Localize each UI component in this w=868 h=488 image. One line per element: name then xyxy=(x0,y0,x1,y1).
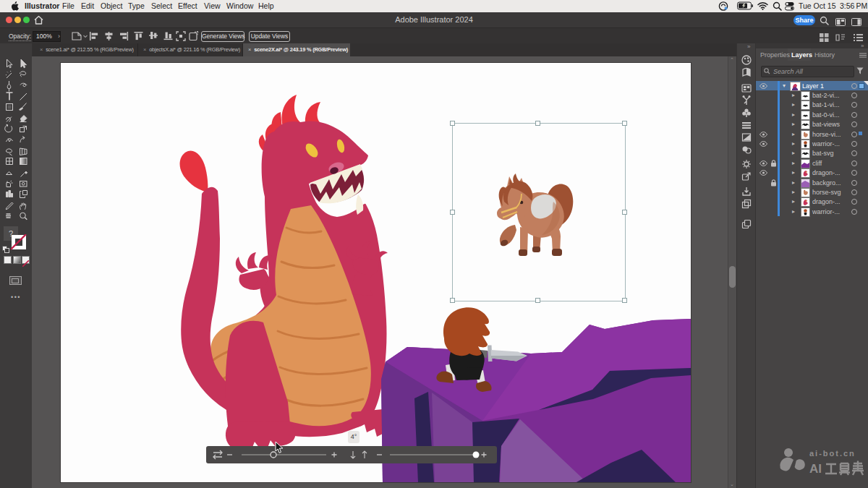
svg-text:AI: AI xyxy=(809,462,822,476)
svg-text:ai-bot.cn: ai-bot.cn xyxy=(809,449,856,458)
